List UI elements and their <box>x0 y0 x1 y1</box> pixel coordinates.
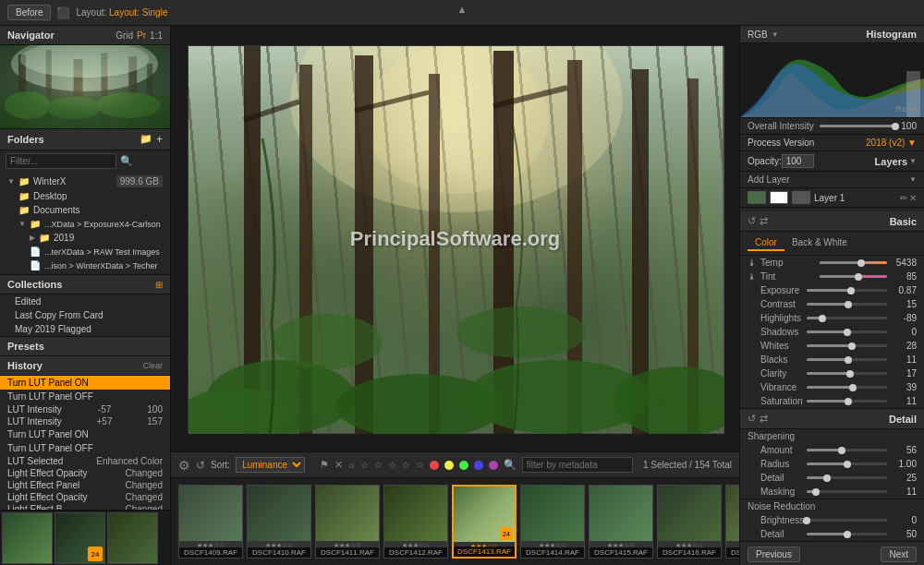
history-item-2[interactable]: LUT Intensity -57 100 <box>0 403 170 415</box>
folder-item-winterx[interactable]: ▼ 📁 WinterX 999.6 GB <box>0 174 170 189</box>
history-item-9[interactable]: Light Effect Opacity Changed <box>0 491 170 503</box>
film-thumb-0[interactable]: ★★★☆☆ DSCF1409.RAF <box>178 485 243 559</box>
add-layer-dropdown[interactable]: ▼ <box>909 175 917 184</box>
star-filter-2[interactable]: ☆ <box>374 460 383 470</box>
film-thumb-2[interactable]: ★★★☆☆ DSCF1411.RAF <box>315 485 380 559</box>
collections-title: Collections <box>7 279 62 290</box>
slider-track-tint[interactable] <box>820 275 887 278</box>
slider-track-vibrance[interactable] <box>807 386 887 389</box>
circle-icon[interactable]: ○ <box>348 460 355 471</box>
process-val-text: 2018 (v2) <box>866 138 905 148</box>
refresh-icon[interactable]: ↺ <box>748 215 756 227</box>
collection-may-flagged[interactable]: May 2019 Flagged <box>0 322 170 336</box>
history-item-3[interactable]: LUT Intensity +57 157 <box>0 415 170 427</box>
folder-icon-desktop: 📁 <box>18 191 30 201</box>
film-thumb-1[interactable]: ★★★☆☆ DSCF1410.RAF <box>247 485 311 559</box>
folder-item-2019[interactable]: ▶ 📁 2019 <box>0 231 170 245</box>
previous-button[interactable]: Previous <box>748 547 800 562</box>
tab-bw[interactable]: Back & White <box>784 235 855 251</box>
slider-track-detail-nr[interactable] <box>807 533 887 535</box>
sort-select[interactable]: Luminance Name Date <box>236 457 305 473</box>
history-item-7[interactable]: Light Effect Opacity Changed <box>0 467 170 479</box>
film-thumb-4[interactable]: ★★★☆☆ DSCF1413.RAF 24 <box>452 485 517 559</box>
image-area[interactable]: PrincipalSoftware.org <box>171 26 739 451</box>
edit-icon[interactable]: ✏ <box>900 193 907 203</box>
slider-track-masking[interactable] <box>807 490 887 493</box>
film-thumb-3[interactable]: ★★★☆☆ DSCF1412.RAF <box>383 485 448 559</box>
filmstrip-refresh-icon[interactable]: ↺ <box>196 459 205 472</box>
slider-track-contrast[interactable] <box>807 303 887 306</box>
collections-header[interactable]: Collections ⊞ <box>0 275 170 295</box>
process-val[interactable]: 2018 (v2) ▼ <box>866 138 917 148</box>
detail-section: ↺ ⇄ Detail Sharpening Amount 56 Radius 1… <box>740 408 924 541</box>
slider-track-exposure[interactable] <box>807 289 887 292</box>
color-dot-blue[interactable] <box>474 461 483 470</box>
folder-item-desktop[interactable]: 📁 Desktop <box>0 189 170 203</box>
history-item-10[interactable]: Light Effect B Changed <box>0 503 170 510</box>
color-dot-green[interactable] <box>459 461 468 470</box>
color-dot-yellow[interactable] <box>444 461 454 470</box>
delete-icon[interactable]: ✕ <box>909 193 917 203</box>
pr-label[interactable]: Pr <box>137 30 146 41</box>
rgb-dropdown[interactable]: ▼ <box>772 30 779 39</box>
slider-track-highlights[interactable] <box>807 317 887 319</box>
folder-item-documents[interactable]: 📁 Documents <box>0 203 170 217</box>
detail-refresh-icon[interactable]: ↺ <box>748 413 756 425</box>
ratio-label[interactable]: 1:1 <box>150 30 163 41</box>
star-filter-5[interactable]: ☆ <box>416 460 424 470</box>
history-item-1[interactable]: Turn LUT Panel OFF <box>0 390 170 403</box>
slider-track-detail[interactable] <box>807 476 887 479</box>
slider-track-brightness-nr[interactable] <box>807 519 887 522</box>
color-dot-purple[interactable] <box>489 461 498 470</box>
layer-name[interactable]: Layer 1 <box>814 193 896 203</box>
before-button[interactable]: Before <box>7 5 51 20</box>
search-filmstrip-icon[interactable]: 🔍 <box>504 459 517 471</box>
history-item-0[interactable]: Turn LUT Panel ON <box>0 376 170 390</box>
slider-track-amount[interactable] <box>807 449 887 451</box>
layers-dropdown[interactable]: ▼ <box>909 157 917 165</box>
folder-item-exposurex4[interactable]: ▼ 📁 ...XData > ExposureX4-Carlson <box>0 217 170 231</box>
slider-track-saturation[interactable] <box>807 400 887 403</box>
folder-item-raw[interactable]: 📄 ...terXData > RAW Test Images <box>0 245 170 258</box>
folder-item-techer[interactable]: 📄 ...ison > WinterXData > Techer <box>0 258 170 272</box>
opacity-input[interactable] <box>782 154 814 168</box>
filmstrip-search-input[interactable] <box>522 457 633 473</box>
clear-history-button[interactable]: Clear <box>142 361 163 370</box>
next-button[interactable]: Next <box>881 547 917 562</box>
history-header[interactable]: History Clear <box>0 356 170 376</box>
x-icon[interactable]: ✕ <box>334 459 343 471</box>
star-filter-3[interactable]: ☆ <box>388 460 396 470</box>
grid-label[interactable]: Grid <box>116 30 133 41</box>
slider-track-shadows[interactable] <box>807 331 887 333</box>
sync-icon[interactable]: ⇄ <box>760 215 768 227</box>
navigator-header[interactable]: Navigator Grid Pr 1:1 <box>0 26 170 45</box>
folders-header[interactable]: Folders 📁 + <box>0 129 170 150</box>
star-filter-4[interactable]: ☆ <box>402 460 410 470</box>
histogram-reset-button[interactable]: Reset <box>893 103 920 114</box>
history-item-4[interactable]: Turn LUT Panel ON <box>0 427 170 441</box>
slider-track-whites[interactable] <box>807 344 887 347</box>
detail-sync-icon[interactable]: ⇄ <box>760 413 768 425</box>
tab-color[interactable]: Color <box>748 235 784 251</box>
folder-filter-input[interactable] <box>6 153 116 169</box>
collection-last-copy[interactable]: Last Copy From Card <box>0 308 170 322</box>
slider-track-clarity[interactable] <box>807 372 887 375</box>
film-thumb-8[interactable]: ★★★☆☆ DSCF1417.RAF <box>725 485 739 559</box>
presets-header[interactable]: Presets <box>0 337 170 356</box>
history-item-6[interactable]: LUT Selected Enhanced Color <box>0 455 170 467</box>
add-folder-icon[interactable]: + <box>156 133 163 146</box>
color-dot-red[interactable] <box>430 461 439 470</box>
collection-edited[interactable]: Edited <box>0 295 170 308</box>
slider-track-radius[interactable] <box>807 463 887 465</box>
film-thumb-5[interactable]: ★★★☆☆ DSCF1414.RAF <box>520 485 585 559</box>
slider-track-blacks[interactable] <box>807 358 887 361</box>
film-thumb-7[interactable]: ★★★☆☆ DSCF1416.RAF <box>657 485 722 559</box>
flag-icon[interactable]: ⚑ <box>320 459 329 471</box>
intensity-slider-track[interactable] <box>820 125 896 127</box>
star-filter-1[interactable]: ☆ <box>360 460 369 470</box>
history-item-8[interactable]: Light Effect Panel Changed <box>0 479 170 491</box>
history-item-5[interactable]: Turn LUT Panel OFF <box>0 441 170 455</box>
slider-track-temp[interactable] <box>820 261 887 264</box>
filmstrip-settings-icon[interactable]: ⚙ <box>178 458 190 473</box>
film-thumb-6[interactable]: ★★★☆☆ DSCF1415.RAF <box>589 485 653 559</box>
